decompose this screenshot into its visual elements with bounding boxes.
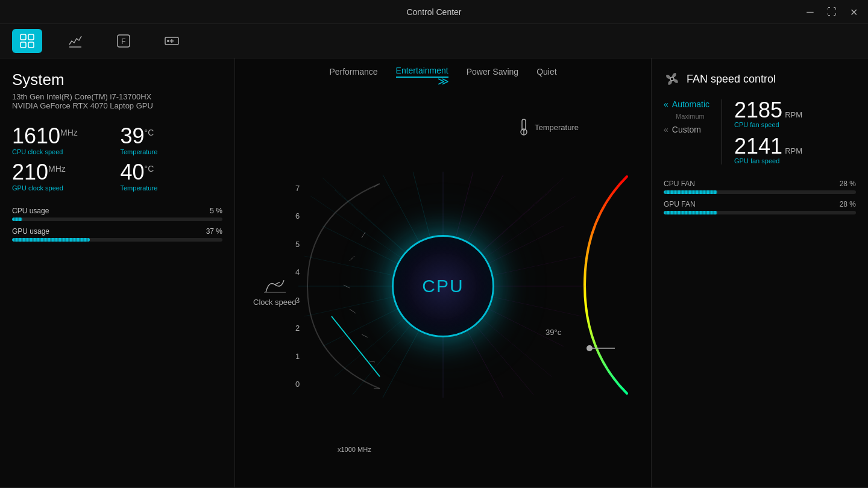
- gpu-fan-usage-row: GPU FAN 28 %: [664, 200, 856, 208]
- fan-mode-custom[interactable]: « Custom: [664, 125, 709, 134]
- cpu-temp-label: Temperature: [121, 148, 223, 155]
- mode-quiet[interactable]: Quiet: [536, 67, 556, 77]
- nav-tab-peripheral[interactable]: [157, 29, 187, 53]
- clock-speed-icon: [263, 277, 287, 295]
- temperature-text-label: Temperature: [535, 123, 579, 132]
- cpu-fan-usage-row: CPU FAN 28 %: [664, 180, 856, 188]
- cpu-fan-speed-value: 2185RPM: [734, 99, 802, 121]
- window-controls: ─ ⛶ ✕: [802, 0, 862, 24]
- thermometer-icon: [518, 118, 530, 136]
- gpu-name: NVIDIA GeForce RTX 4070 Laptop GPU: [12, 101, 222, 110]
- temperature-label-area: Temperature: [518, 118, 579, 136]
- gpu-temp-block: 40°C Temperature: [121, 161, 223, 192]
- gpu-usage-bar-fill: [12, 238, 90, 242]
- fan-mode-automatic[interactable]: « Automatic: [664, 99, 709, 109]
- fan-maximum-label: Maximum: [676, 113, 709, 120]
- cpu-usage-row: CPU usage 5 %: [12, 207, 222, 215]
- cpu-clock-label: CPU clock speed: [12, 148, 115, 155]
- svg-rect-3: [28, 42, 34, 48]
- gpu-temp-label: Temperature: [121, 184, 223, 192]
- stats-grid: 1610MHz CPU clock speed 39°C Temperature…: [12, 125, 222, 192]
- right-panel: FAN speed control « Automatic Maximum « …: [651, 58, 868, 487]
- cpu-name: 13th Gen Intel(R) Core(TM) i7-13700HX: [12, 92, 222, 101]
- close-button[interactable]: ✕: [845, 4, 862, 20]
- cpu-fan-speed-block: 2185RPM CPU fan speed: [734, 99, 802, 128]
- svg-point-50: [670, 77, 674, 81]
- gpu-temp-value: 40°C: [121, 161, 223, 183]
- cpu-usage-bar-bg: [12, 217, 222, 221]
- cpu-circle-label: CPU: [422, 276, 464, 296]
- clock-speed-area: Clock speed: [253, 277, 297, 307]
- svg-point-7: [167, 40, 169, 42]
- cpu-temp-value: 39°C: [121, 125, 223, 147]
- fan-icon: [664, 70, 681, 87]
- gpu-fan-bar-bg: [664, 211, 856, 214]
- fan-custom-label: Custom: [672, 125, 701, 134]
- cpu-usage-bar-fill: [12, 217, 22, 221]
- gpu-fan-speed-block: 2141RPM GPU fan speed: [734, 136, 802, 164]
- gpu-usage-row: GPU usage 37 %: [12, 227, 222, 236]
- gauge-area: Clock speed 7 6 5 4 3 2 1 0: [235, 85, 651, 487]
- left-panel: System 13th Gen Intel(R) Core(TM) i7-137…: [0, 58, 235, 487]
- fan-header: FAN speed control: [664, 70, 856, 87]
- cpu-temp-block: 39°C Temperature: [121, 125, 223, 155]
- fan-usage-section: CPU FAN 28 % GPU FAN 28 %: [664, 180, 856, 221]
- mode-power-saving[interactable]: Power Saving: [467, 67, 518, 77]
- nav-tab-performance[interactable]: [60, 29, 90, 53]
- nav-tab-function[interactable]: F: [108, 29, 139, 53]
- cpu-visual-center: CPU: [392, 235, 494, 337]
- gpu-clock-label: GPU clock speed: [12, 184, 115, 192]
- center-panel: Performance Entertainment Power Saving Q…: [235, 58, 651, 487]
- x1000-label: x1000 MHz: [338, 443, 371, 454]
- cpu-fan-bar-bg: [664, 190, 856, 194]
- minimize-button[interactable]: ─: [802, 4, 819, 20]
- mode-tabs: Performance Entertainment Power Saving Q…: [329, 58, 556, 85]
- usage-section: CPU usage 5 % GPU usage 37 %: [12, 207, 222, 248]
- cpu-clock-value: 1610MHz: [12, 125, 115, 147]
- maximize-button[interactable]: ⛶: [823, 4, 840, 20]
- chevron-left-icon: «: [664, 125, 668, 134]
- nav-tabs: F: [0, 24, 868, 58]
- fan-automatic-label: Automatic: [672, 99, 709, 109]
- fan-speed-values: 2185RPM CPU fan speed 2141RPM GPU fan sp…: [734, 99, 802, 164]
- gpu-fan-bar-fill: [664, 211, 717, 214]
- gpu-clock-block: 210MHz GPU clock speed: [12, 161, 115, 192]
- chevron-double-left-icon: «: [664, 99, 668, 109]
- app-title: Control Center: [406, 7, 461, 17]
- fan-control-section: « Automatic Maximum « Custom 2185RPM CPU…: [664, 99, 856, 164]
- system-title: System: [12, 70, 222, 89]
- mode-performance[interactable]: Performance: [329, 67, 377, 77]
- gpu-fan-speed-label: GPU fan speed: [734, 157, 802, 164]
- fan-divider: [722, 99, 722, 164]
- main-content: System 13th Gen Intel(R) Core(TM) i7-137…: [0, 58, 868, 487]
- cpu-circle: CPU: [392, 235, 494, 337]
- nav-tab-system[interactable]: [12, 29, 42, 53]
- gpu-fan-speed-value: 2141RPM: [734, 136, 802, 157]
- gpu-usage-bar-bg: [12, 238, 222, 242]
- svg-text:F: F: [121, 37, 125, 46]
- cpu-clock-block: 1610MHz CPU clock speed: [12, 125, 115, 155]
- cpu-fan-bar-fill: [664, 190, 717, 194]
- fan-title: FAN speed control: [687, 73, 776, 86]
- cpu-fan-speed-label: CPU fan speed: [734, 121, 802, 128]
- clock-speed-label: Clock speed: [253, 298, 297, 307]
- fan-mode-group: « Automatic Maximum « Custom: [664, 99, 709, 164]
- svg-rect-1: [28, 34, 34, 40]
- svg-rect-2: [20, 42, 26, 48]
- svg-rect-0: [20, 34, 26, 40]
- gpu-clock-value: 210MHz: [12, 161, 115, 183]
- titlebar: Control Center ─ ⛶ ✕: [0, 0, 868, 24]
